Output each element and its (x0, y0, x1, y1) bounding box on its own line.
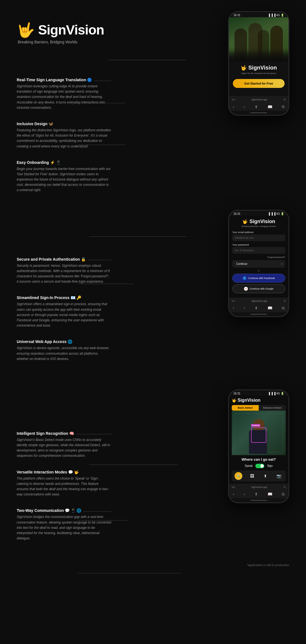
forgot-password[interactable]: Forgot password? (232, 256, 285, 258)
auth-logo: 🤟 SignVision (232, 219, 285, 224)
feature-item-6: Universal Web App Access 🌐 SignVision is… (17, 339, 111, 362)
phone1-content: 🤟 SignVision Signs for All, Inclusion fo… (229, 62, 288, 96)
detect-active-btn[interactable]: 🔍 (235, 472, 242, 480)
connector-line-1 (108, 60, 186, 60)
email-input[interactable]: hello@email.com (232, 235, 285, 241)
bbox-label: food/eat (251, 424, 260, 426)
speak-label: Speak (245, 464, 253, 467)
phone-mockup-3: 16:31 ▐ ▐ ▐ 4G 🔋 🤟 SignVision Basic Dete… (228, 389, 289, 503)
feature-desc-1: SignVision leverages cutting-edge AI to … (17, 84, 111, 110)
feature-item-8: Versatile Interaction Modes 💬 🤟 The plat… (17, 470, 111, 497)
connector-line-8 (78, 573, 181, 573)
share-btn[interactable]: ⬆ (261, 472, 269, 480)
feature-desc-9: SignVision bridges the communication gap… (17, 514, 111, 541)
google-icon: G (244, 287, 248, 291)
phone1-address-bar: AA signvision.app ↺ (229, 96, 288, 103)
feature-title-3: Easy Onboarding ⚡ 📱 (17, 160, 111, 165)
toggle-knob (260, 464, 264, 468)
feature-title-1: Real-Time Sign Language Translation 🔵 (17, 78, 92, 82)
feature-item-9: Two-Way Communication 💬 📱 🌐 SignVision b… (17, 508, 111, 541)
feature-title-7: Intelligent Sign Recognition 🧠 (17, 431, 74, 436)
feature-desc-3: Begin your journey towards barrier-free … (17, 166, 111, 193)
feature-desc-7: SignVision's Basic Detect mode uses CNNs… (17, 437, 111, 459)
sign-label: Sign (267, 464, 273, 467)
tab-advance[interactable]: Advance Detect (259, 405, 286, 411)
connector-line-6 (89, 465, 178, 465)
or-divider: or (232, 269, 285, 272)
password-label: Your password (232, 243, 285, 246)
phone-mockup-1: 16:31 ▐ ▐ ▐ 4G 🔋 🤟 SignVision (228, 11, 289, 116)
phone2-nav-bar: ‹ › ⬆ 📖 ⧉ (229, 304, 288, 312)
connector-line-5 (78, 284, 134, 284)
camera-btn[interactable]: 📷 (275, 472, 283, 480)
auth-screen: 🤟 SignVision Breaking Barriers, Bridging… (229, 216, 288, 298)
gallery-btn[interactable]: 🖼 (248, 472, 256, 480)
feature-desc-5: SignVision offers a streamlined sign-in … (17, 302, 111, 328)
feature-title-8: Versatile Interaction Modes 💬 🤟 (17, 470, 111, 474)
facebook-button[interactable]: f Continue with Facebook (232, 274, 285, 283)
mode-toggle[interactable] (255, 464, 264, 468)
camera-area: food/eat (232, 411, 286, 455)
feature-item-4: Secure and Private Authentication 🔒 Secu… (17, 257, 111, 285)
feature-desc-8: The platform offers users the choice to … (17, 476, 111, 497)
logo-icon: 🤟 (17, 23, 35, 37)
feature-item-7: Intelligent Sign Recognition 🧠 SignVisio… (17, 431, 111, 459)
logo-text: SignVision (38, 22, 104, 38)
connector-line-4 (89, 236, 186, 237)
detect-screen: 🤟 SignVision Basic Detect Advance Detect (229, 396, 288, 484)
feature-item-3: Easy Onboarding ⚡ 📱 Begin your journey t… (17, 160, 111, 193)
feature-title-9: Two-Way Communication 💬 📱 🌐 (17, 508, 81, 513)
feature-title-2: Inclusive Design 🦋 (17, 122, 111, 126)
phone1-nav-bar: ‹ › ⬆ 📖 ⧉ (229, 103, 288, 111)
phone-hero-image (229, 17, 288, 62)
google-button[interactable]: G Continue with Google (232, 284, 285, 293)
tab-basic[interactable]: Basic Detect (232, 405, 259, 411)
connector-line-2 (78, 103, 125, 103)
feature-title-4: Secure and Private Authentication 🔒 (17, 257, 86, 261)
password-input[interactable]: min. 8 characters (232, 247, 285, 254)
get-started-btn[interactable]: Get Started for Free (233, 79, 285, 88)
home-indicator-2 (250, 314, 267, 315)
feature-item-1: Real-Time Sign Language Translation 🔵 Si… (17, 78, 111, 110)
detect-result: Where can I go eat? (232, 457, 286, 462)
email-label: Your email address (232, 231, 285, 234)
continue-button[interactable]: Continue › (232, 260, 285, 268)
feature-desc-2: Featuring the distinctive SignVision log… (17, 128, 111, 149)
feature-item-5: Streamlined Sign-In Process 📧 🔑 SignVisi… (17, 295, 111, 328)
bottom-action-bar: 🔍 🖼 ⬆ 📷 (232, 470, 286, 482)
home-indicator-1 (250, 112, 267, 113)
connector-line-3 (78, 145, 125, 145)
footer-note: *application is still in produciton (0, 558, 306, 575)
detect-logo: 🤟 SignVision (232, 398, 286, 403)
phone-mockup-2: 16:31 ▐ ▐ ▐ 4G 🔋 🤟 SignVision Breaking B… (228, 210, 289, 317)
status-bar-2: 16:31 ▐ ▐ ▐ 4G 🔋 (229, 211, 288, 216)
feature-desc-6: SignVision is device-agnostic, accessibl… (17, 346, 111, 362)
feature-desc-4: Security is paramount; hence, SignVision… (17, 263, 111, 285)
feature-title-6: Universal Web App Access 🌐 (17, 339, 111, 344)
facebook-icon: f (243, 276, 246, 280)
phone3-address-bar: AA signvision.app ↺ (229, 484, 288, 490)
connector-line-7 (78, 520, 128, 520)
phone3-nav-bar: ‹ › ⬆ 📖 ⧉ (229, 490, 288, 498)
detect-tabs: Basic Detect Advance Detect (232, 405, 286, 411)
speak-sign-toggle: Speak Sign (232, 464, 286, 468)
phone2-address-bar: AA signvision.app ↺ (229, 298, 288, 304)
status-bar-3: 16:31 ▐ ▐ ▐ 4G 🔋 (229, 390, 288, 396)
home-indicator-3 (250, 500, 267, 501)
status-bar-1: 16:31 ▐ ▐ ▐ 4G 🔋 (229, 12, 288, 17)
feature-title-5: Streamlined Sign-In Process 📧 🔑 (17, 295, 81, 300)
